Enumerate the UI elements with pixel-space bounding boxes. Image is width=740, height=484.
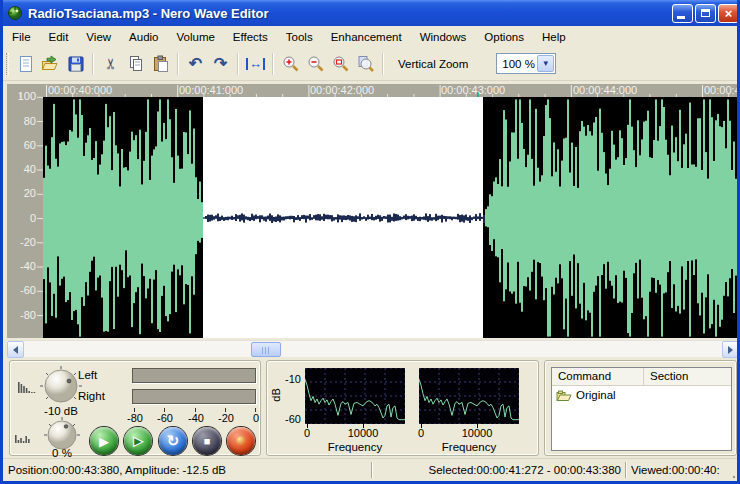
- list-header: Command Section: [552, 368, 731, 386]
- menu-view[interactable]: View: [77, 29, 120, 45]
- zoom-out-icon: [307, 55, 325, 73]
- nero-wave-editor-window: RadioTsaciana.mp3 - Nero Wave Editor × F…: [0, 0, 740, 484]
- play-icon: ▶: [99, 434, 109, 449]
- play-outline-icon: ▶: [133, 434, 142, 448]
- minimize-button[interactable]: [672, 4, 693, 23]
- toolbar-separator: [272, 53, 274, 75]
- spectrum-y-axis-label: dB: [270, 388, 282, 401]
- copy-icon: [127, 55, 145, 73]
- cut-icon: ✂: [103, 57, 118, 70]
- maximize-button[interactable]: [695, 4, 716, 23]
- amp-label: 40: [8, 163, 36, 175]
- arrow-left-icon: [13, 346, 18, 354]
- loop-button[interactable]: ↻: [159, 427, 187, 455]
- mixer-group: -10 dB Left Right -80 -60 -40 -20 0 0 % …: [9, 360, 261, 456]
- toolbar-grip[interactable]: [6, 53, 9, 75]
- undo-icon: ↶: [189, 56, 202, 72]
- status-position: Position:00:00:43:380, Amplitude: -12.5 …: [8, 461, 368, 479]
- stop-icon: ■: [204, 435, 211, 447]
- menu-volume[interactable]: Volume: [168, 29, 224, 45]
- toolbar-separator: [92, 53, 94, 75]
- history-row-label: Original: [576, 389, 616, 401]
- redo-icon: ↷: [214, 56, 227, 72]
- minimize-icon: [677, 16, 685, 19]
- menu-tools[interactable]: Tools: [277, 29, 322, 45]
- zoom-document-button[interactable]: [353, 51, 378, 76]
- chevron-down-icon[interactable]: ▼: [537, 55, 554, 72]
- vertical-zoom-value: 100 %: [497, 58, 537, 70]
- time-ruler[interactable]: 00:00:40:000 00:00:41:000 00:00:42:000 0…: [7, 84, 739, 97]
- history-group: Command Section Original: [544, 360, 737, 456]
- scroll-right-button[interactable]: [722, 341, 739, 358]
- amp-label: 80: [8, 115, 36, 127]
- menu-file[interactable]: File: [3, 29, 40, 45]
- paste-button[interactable]: [148, 51, 173, 76]
- record-button[interactable]: [227, 427, 255, 455]
- freq-tick-label: 0: [401, 427, 441, 439]
- save-file-button[interactable]: [63, 51, 88, 76]
- record-icon: [236, 436, 246, 446]
- waveform-display[interactable]: [43, 97, 739, 338]
- ruler-label: 00:00:45:000: [704, 84, 739, 96]
- zoom-selection-icon: [332, 55, 350, 73]
- spectrum-ytick: -60: [281, 413, 301, 425]
- right-channel-label: Right: [78, 390, 105, 402]
- column-header-section[interactable]: Section: [644, 368, 731, 385]
- left-channel-label: Left: [78, 369, 97, 381]
- status-separator: [371, 462, 373, 478]
- freq-tick-label: 10000: [457, 427, 497, 439]
- title-bar[interactable]: RadioTsaciana.mp3 - Nero Wave Editor ×: [3, 0, 740, 26]
- menu-windows[interactable]: Windows: [411, 29, 476, 45]
- scroll-left-button[interactable]: [7, 341, 24, 358]
- zoom-selection-button[interactable]: [328, 51, 353, 76]
- spectrum-ytick: -10: [281, 373, 301, 385]
- stop-button[interactable]: ■: [193, 427, 221, 455]
- zoom-out-button[interactable]: [303, 51, 328, 76]
- toolbar-separator: [237, 53, 239, 75]
- menu-audio[interactable]: Audio: [120, 29, 167, 45]
- speed-icon: [15, 431, 31, 445]
- column-header-command[interactable]: Command: [552, 368, 644, 385]
- waveform-graphic: [43, 97, 739, 338]
- menu-options[interactable]: Options: [475, 29, 533, 45]
- menu-edit[interactable]: Edit: [40, 29, 78, 45]
- freq-tick-label: 10000: [343, 427, 383, 439]
- undo-button[interactable]: ↶: [183, 51, 208, 76]
- left-level-meter: [132, 368, 256, 383]
- play-button[interactable]: ▶: [90, 427, 118, 455]
- maximize-icon: [701, 9, 710, 17]
- spectrum-group: dB -10 -60 0 10000 0 10000 Frequency Fre…: [266, 360, 539, 456]
- amp-label: 100: [8, 90, 36, 102]
- zoom-in-button[interactable]: [278, 51, 303, 76]
- redo-button[interactable]: ↷: [208, 51, 233, 76]
- history-row-original[interactable]: Original: [552, 386, 731, 404]
- frequency-axis-label: Frequency: [305, 441, 405, 453]
- new-file-button[interactable]: [13, 51, 38, 76]
- amp-label: 60: [8, 139, 36, 151]
- meter-scale-label: -60: [151, 412, 179, 424]
- command-history-list[interactable]: Command Section Original: [551, 367, 732, 451]
- scrollbar-thumb[interactable]: [251, 342, 281, 357]
- toolbar-separator: [382, 53, 384, 75]
- toolbar-separator: [177, 53, 179, 75]
- spectrum-right-channel: [419, 368, 519, 424]
- amp-label: -20: [8, 236, 36, 248]
- menu-effects[interactable]: Effects: [224, 29, 277, 45]
- open-file-button[interactable]: [38, 51, 63, 76]
- freq-tick-label: 0: [287, 427, 327, 439]
- status-bar: Position:00:00:43:380, Amplitude: -12.5 …: [3, 458, 740, 481]
- zoom-document-icon: [357, 55, 375, 73]
- menu-bar: File Edit View Audio Volume Effects Tool…: [3, 26, 740, 47]
- horizontal-scrollbar[interactable]: [7, 340, 739, 357]
- fit-width-button[interactable]: ↔: [243, 51, 268, 76]
- close-button[interactable]: ×: [718, 4, 739, 23]
- copy-button[interactable]: [123, 51, 148, 76]
- cut-button[interactable]: ✂: [98, 51, 123, 76]
- menu-help[interactable]: Help: [533, 29, 575, 45]
- amp-label: 20: [8, 187, 36, 199]
- ruler-label: 00:00:41:000: [179, 84, 243, 96]
- vertical-zoom-combobox[interactable]: 100 % ▼: [496, 53, 556, 74]
- menu-enhancement[interactable]: Enhancement: [322, 29, 411, 45]
- play-selection-button[interactable]: ▶: [124, 427, 152, 455]
- resize-grip[interactable]: [729, 467, 740, 480]
